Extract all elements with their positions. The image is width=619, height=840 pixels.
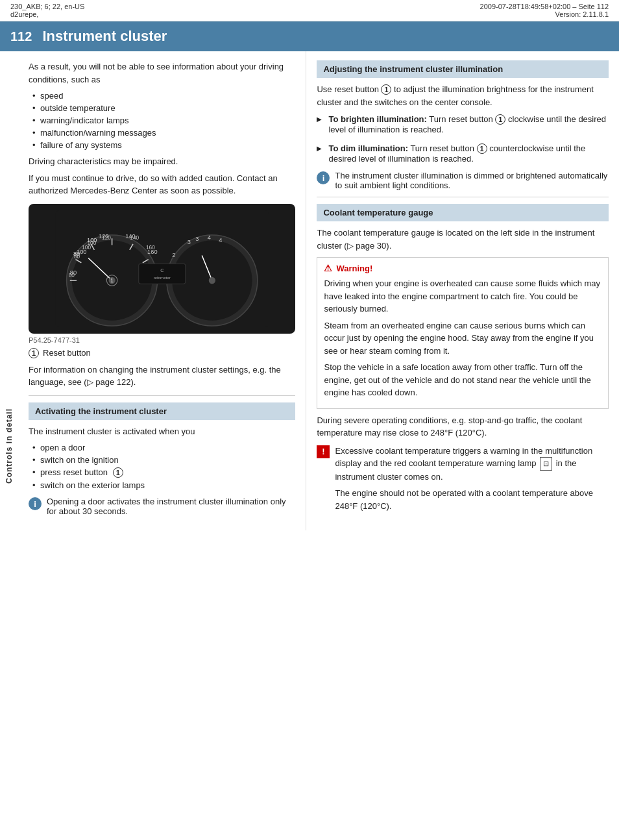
bullet-exterior-lamps: switch on the exterior lamps xyxy=(31,479,295,491)
activating-intro: The instrument cluster is activated when… xyxy=(29,425,295,438)
warning-triangle-icon: ⚠ xyxy=(324,263,332,273)
svg-text:odometer: odometer xyxy=(154,275,171,279)
bullet-open-door: open a door xyxy=(31,441,295,454)
right-column: Adjusting the instrument cluster illumin… xyxy=(306,51,619,530)
adjusting-heading: Adjusting the instrument cluster illumin… xyxy=(317,60,609,78)
reset-button-row: 1 Reset button xyxy=(29,348,295,358)
coolant-heading: Coolant temperature gauge xyxy=(317,204,609,221)
caution-icon: ! xyxy=(317,445,330,458)
bullet-press-reset: press reset button 1 xyxy=(31,466,295,479)
svg-text:120: 120 xyxy=(99,233,108,240)
svg-text:4: 4 xyxy=(219,237,222,243)
warning-para-1: Driving when your engine is overheated c… xyxy=(324,277,601,315)
cluster-image: 80 100 80 100 80 100 120 140 160 80 100 … xyxy=(29,204,295,334)
adjusting-intro: Use reset button 1 to adjust the illumin… xyxy=(317,83,609,108)
warning-box: ⚠ Warning! Driving when your engine is o… xyxy=(317,257,609,409)
svg-text:160: 160 xyxy=(147,248,157,254)
bullet-list-conditions: speed outside temperature warning/indica… xyxy=(31,90,295,151)
gauge-svg: 80 100 80 100 80 100 120 140 160 80 100 … xyxy=(35,210,289,327)
reset-button-number: 1 xyxy=(29,348,39,358)
arrow-brighten-label: To brighten illumination: xyxy=(328,114,426,124)
svg-text:3: 3 xyxy=(188,239,191,245)
svg-text:C: C xyxy=(160,267,164,273)
caution-para-1: Excessive coolant temperature triggers a… xyxy=(335,445,609,484)
svg-text:1: 1 xyxy=(110,278,114,284)
press-reset-number: 1 xyxy=(113,467,123,478)
reset-num-dim: 1 xyxy=(477,143,487,154)
warning-para-2: Steam from an overheated engine can caus… xyxy=(324,319,601,358)
info-icon-adjusting: i xyxy=(317,171,330,184)
caution-text: Excessive coolant temperature triggers a… xyxy=(335,445,609,517)
svg-text:140: 140 xyxy=(125,233,135,240)
info-icon-activating: i xyxy=(29,497,42,510)
section-divider-1 xyxy=(29,395,295,396)
section-divider-2 xyxy=(317,197,609,197)
bullet-ignition: switch on the ignition xyxy=(31,454,295,466)
activating-info-text: Opening a door activates the instrument … xyxy=(47,497,295,516)
svg-text:80: 80 xyxy=(70,269,77,275)
bullet-outside-temp: outside temperature xyxy=(31,102,295,114)
svg-text:100: 100 xyxy=(77,248,86,254)
adjusting-info-text: The instrument cluster illumination is d… xyxy=(335,171,609,190)
severe-text: During severe operating conditions, e.g.… xyxy=(317,414,609,439)
svg-text:3: 3 xyxy=(195,236,199,242)
sidebar-label-container: Controls in detail xyxy=(0,52,18,840)
warning-title: ⚠ Warning! xyxy=(324,263,601,273)
arrow-list-illumination: To brighten illumination: Turn reset but… xyxy=(317,112,609,166)
arrow-dim: To dim illumination: Turn reset button 1… xyxy=(317,142,609,166)
warning-text-2: If you must continue to drive, do so wit… xyxy=(29,172,295,197)
svg-point-36 xyxy=(209,277,215,283)
reset-num-brighten: 1 xyxy=(495,114,505,125)
adjusting-info-box: i The instrument cluster illumination is… xyxy=(317,171,609,190)
activating-info-box: i Opening a door activates the instrumen… xyxy=(29,497,295,516)
bullet-malfunction: malfunction/warning messages xyxy=(31,127,295,139)
arrow-dim-label: To dim illumination: xyxy=(328,143,408,153)
svg-text:2: 2 xyxy=(172,252,175,258)
svg-text:4: 4 xyxy=(208,234,211,241)
activating-bullet-list: open a door switch on the ignition press… xyxy=(31,441,295,491)
info-text-cluster: For information on changing the instrume… xyxy=(29,364,295,389)
bullet-failure: failure of any systems xyxy=(31,139,295,151)
coolant-lamp: ⊡ xyxy=(540,457,552,471)
reset-button-label: Reset button xyxy=(43,348,91,358)
meta-left: 230_AKB; 6; 22, en-USd2urepe, xyxy=(10,3,84,18)
bullet-warning-lamps: warning/indicator lamps xyxy=(31,114,295,127)
meta-bar: 230_AKB; 6; 22, en-USd2urepe, 2009-07-28… xyxy=(0,0,619,21)
main-content: As a result, you will not be able to see… xyxy=(18,51,619,530)
left-column: As a result, you will not be able to see… xyxy=(18,51,306,530)
sidebar-label: Controls in detail xyxy=(5,408,14,484)
warning-text-1: Driving characteristics may be impaired. xyxy=(29,155,295,168)
image-caption: P54.25-7477-31 xyxy=(29,336,295,344)
intro-text: As a result, you will not be able to see… xyxy=(29,60,295,86)
meta-right: 2009-07-28T18:49:58+02:00 – Seite 112Ver… xyxy=(480,3,609,18)
bullet-speed: speed xyxy=(31,90,295,102)
reset-number-adjusting: 1 xyxy=(381,84,391,95)
page-header: 112 Instrument cluster xyxy=(0,21,619,51)
page-number: 112 xyxy=(10,29,32,44)
coolant-intro: The coolant temperature gauge is located… xyxy=(317,227,609,252)
caution-para-2: The engine should not be operated with a… xyxy=(335,487,609,512)
warning-para-3: Stop the vehicle in a safe location away… xyxy=(324,361,601,399)
caution-box: ! Excessive coolant temperature triggers… xyxy=(317,445,609,517)
page-title: Instrument cluster xyxy=(42,28,167,45)
arrow-brighten: To brighten illumination: Turn reset but… xyxy=(317,112,609,136)
activating-section-heading: Activating the instrument cluster xyxy=(29,402,295,420)
